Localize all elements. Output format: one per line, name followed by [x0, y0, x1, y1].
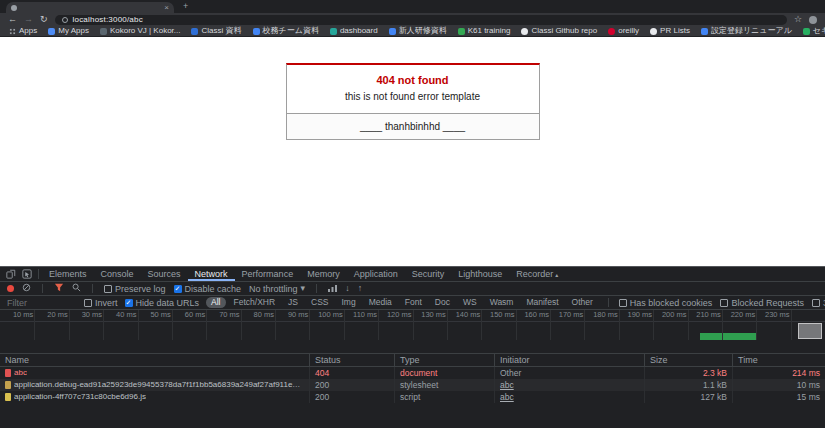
timeline-tick-label: 180 ms: [593, 311, 618, 319]
timeline-tick: 80 ms: [275, 310, 276, 340]
network-request-row[interactable]: application-4ff707c731c80cbe6d96.js200sc…: [0, 391, 825, 403]
filter-pill-img[interactable]: Img: [337, 297, 361, 308]
hide-data-urls-checkbox[interactable]: Hide data URLs: [125, 298, 200, 308]
reload-icon[interactable]: ↻: [40, 15, 48, 24]
devtools-tab-recorder[interactable]: Recorder▴: [509, 267, 565, 281]
filter-pill-css[interactable]: CSS: [306, 297, 333, 308]
disable-cache-checkbox[interactable]: Disable cache: [174, 284, 242, 294]
checkbox-unchecked[interactable]: [720, 299, 728, 307]
checkbox-checked[interactable]: [125, 299, 133, 307]
filter-pill-fetch-xhr[interactable]: Fetch/XHR: [229, 297, 281, 308]
export-har-icon[interactable]: ↑: [358, 284, 363, 293]
bookmarks-bar: AppsMy AppsKokoro VJ | Kokor...Classi 資料…: [0, 26, 825, 37]
column-header-time[interactable]: Time: [733, 354, 825, 366]
filter-pill-manifest[interactable]: Manifest: [521, 297, 563, 308]
initiator-cell: abc: [495, 391, 645, 403]
3rd-party-requests-checkbox[interactable]: 3rd-party requests: [812, 298, 825, 308]
timeline-tick: 10 ms: [34, 310, 35, 340]
initiator-link[interactable]: abc: [500, 392, 514, 402]
new-tab-button[interactable]: +: [183, 2, 188, 11]
bookmark-item[interactable]: Classi 資料: [191, 27, 241, 35]
filter-pill-ws[interactable]: WS: [458, 297, 482, 308]
bookmark-item[interactable]: 新人研修資料: [389, 27, 447, 35]
bookmark-item[interactable]: 校務チーム資料: [253, 27, 319, 35]
divider: [92, 284, 93, 293]
checkbox-unchecked[interactable]: [619, 299, 627, 307]
column-header-status[interactable]: Status: [310, 354, 395, 366]
bookmark-item[interactable]: セキスイ[アプリケー...: [803, 27, 825, 35]
back-icon[interactable]: ←: [8, 15, 17, 24]
network-conditions-icon[interactable]: [328, 284, 337, 294]
devtools-tab-elements[interactable]: Elements: [42, 267, 94, 281]
bookmark-item[interactable]: Classi Github repo: [521, 27, 597, 35]
bookmark-star-icon[interactable]: ☆: [794, 15, 802, 24]
size-cell: 2.3 kB: [645, 367, 733, 379]
network-request-row[interactable]: abc404documentOther2.3 kB214 ms: [0, 367, 825, 379]
invert-checkbox[interactable]: Invert: [84, 298, 118, 308]
bookmark-item[interactable]: Apps: [9, 27, 37, 35]
blocked-requests-label: Blocked Requests: [731, 298, 804, 308]
checkbox-unchecked[interactable]: [104, 285, 112, 293]
request-name-cell: application-4ff707c731c80cbe6d96.js: [0, 391, 310, 403]
filter-pill-font[interactable]: Font: [400, 297, 427, 308]
bookmark-item[interactable]: K61 training: [458, 27, 511, 35]
timeline-tick: 120 ms: [413, 310, 414, 340]
column-header-name[interactable]: Name: [0, 354, 310, 366]
site-favicon: [48, 28, 55, 35]
filter-funnel-icon[interactable]: [54, 283, 64, 294]
preserve-log-label: Preserve log: [115, 284, 166, 294]
devtools-tab-console[interactable]: Console: [94, 267, 141, 281]
browser-tab[interactable]: ×: [6, 2, 174, 13]
search-icon[interactable]: [72, 283, 81, 294]
url-field[interactable]: localhost:3000/abc: [55, 15, 787, 25]
filter-pill-wasm[interactable]: Wasm: [485, 297, 519, 308]
devtools-tab-network[interactable]: Network: [188, 267, 235, 281]
forward-icon[interactable]: →: [24, 15, 33, 24]
overview-scrubber[interactable]: [798, 323, 822, 339]
record-network-log-icon[interactable]: [7, 285, 14, 292]
import-har-icon[interactable]: ↓: [345, 284, 350, 293]
devtools-tab-application[interactable]: Application: [347, 267, 405, 281]
filter-pill-doc[interactable]: Doc: [430, 297, 455, 308]
network-timeline-overview[interactable]: 10 ms20 ms30 ms40 ms50 ms60 ms70 ms80 ms…: [0, 310, 825, 354]
preserve-log-checkbox[interactable]: Preserve log: [104, 284, 166, 294]
size-cell: 1.1 kB: [645, 379, 733, 391]
initiator-link[interactable]: abc: [500, 380, 514, 390]
devtools-tab-sources[interactable]: Sources: [141, 267, 188, 281]
bookmark-item[interactable]: PR Lists: [650, 27, 690, 35]
has-blocked-cookies-checkbox[interactable]: Has blocked cookies: [619, 298, 713, 308]
clear-network-log-icon[interactable]: [22, 283, 31, 294]
checkbox-unchecked[interactable]: [84, 299, 92, 307]
column-header-type[interactable]: Type: [395, 354, 495, 366]
devtools-tab-performance[interactable]: Performance: [235, 267, 301, 281]
checkbox-unchecked[interactable]: [812, 299, 820, 307]
site-favicon: [330, 28, 337, 35]
throttling-dropdown[interactable]: No throttling ▾: [249, 284, 305, 294]
bookmark-item[interactable]: 設定登録リニューアル: [701, 27, 792, 35]
network-filter-bar: Invert Hide data URLs AllFetch/XHRJSCSSI…: [0, 296, 825, 310]
filter-pill-js[interactable]: JS: [283, 297, 303, 308]
device-toolbar-icon[interactable]: [3, 267, 19, 281]
bookmark-label: Classi Github repo: [531, 27, 597, 35]
tab-close-icon[interactable]: ×: [164, 4, 169, 12]
profile-avatar[interactable]: [809, 16, 817, 24]
devtools-tab-memory[interactable]: Memory: [300, 267, 347, 281]
site-info-icon[interactable]: [62, 17, 68, 23]
network-request-row[interactable]: application.debug-ead91a25923de99455378d…: [0, 379, 825, 391]
filter-input[interactable]: [7, 298, 77, 308]
column-header-size[interactable]: Size: [645, 354, 733, 366]
column-header-initiator[interactable]: Initiator: [495, 354, 645, 366]
devtools-tab-security[interactable]: Security: [405, 267, 452, 281]
filter-pill-all[interactable]: All: [206, 297, 225, 308]
blocked-requests-checkbox[interactable]: Blocked Requests: [720, 298, 804, 308]
bookmark-item[interactable]: oreilly: [608, 27, 639, 35]
inspect-element-icon[interactable]: [19, 267, 35, 281]
filter-pill-media[interactable]: Media: [364, 297, 397, 308]
bookmark-item[interactable]: dashboard: [330, 27, 378, 35]
bookmark-item[interactable]: My Apps: [48, 27, 89, 35]
checkbox-checked[interactable]: [174, 285, 182, 293]
bookmark-item[interactable]: Kokoro VJ | Kokor...: [100, 27, 181, 35]
devtools-tab-lighthouse[interactable]: Lighthouse: [451, 267, 509, 281]
filter-pill-other[interactable]: Other: [567, 297, 598, 308]
request-name-cell: application.debug-ead91a25923de99455378d…: [0, 379, 310, 391]
